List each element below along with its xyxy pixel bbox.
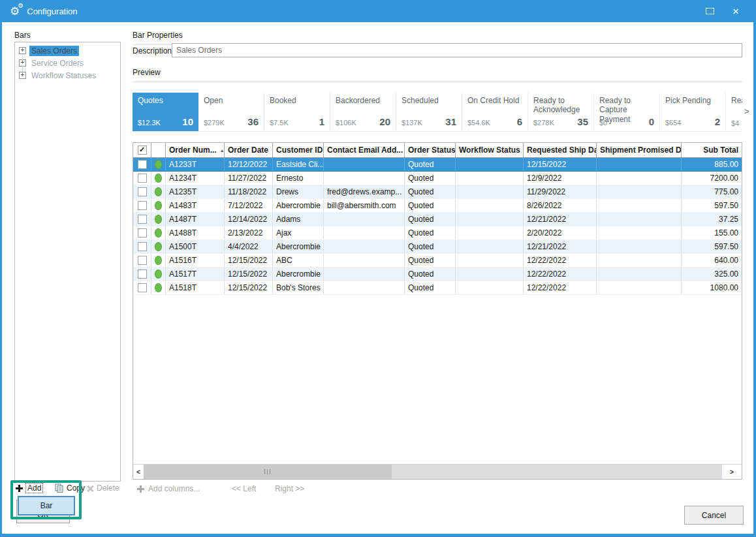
table-row[interactable]: A1233T12/12/2022Eastside Cli...Quoted12/… xyxy=(133,158,742,172)
row-select-cell[interactable] xyxy=(133,199,151,212)
table-row[interactable]: A1518T12/15/2022Bob's StoresQuoted12/22/… xyxy=(133,281,742,295)
maximize-button[interactable] xyxy=(700,5,719,17)
tiles-scroll-right-icon[interactable]: > xyxy=(744,106,749,116)
scroll-right-icon[interactable]: > xyxy=(722,465,742,479)
row-checkbox[interactable] xyxy=(138,269,147,279)
grid-cell-email xyxy=(324,226,405,239)
row-checkbox[interactable] xyxy=(138,160,147,169)
grid-cell-sub-total: 597.50 xyxy=(682,240,742,253)
table-row[interactable]: A1516T12/15/2022ABCQuoted12/22/2022640.0… xyxy=(133,254,742,268)
row-select-cell[interactable] xyxy=(133,213,151,226)
preview-tile-ready-to-acknowledge[interactable]: Ready to Acknowledge$278K35 xyxy=(528,93,594,131)
preview-tile-pick-pending[interactable]: Pick Pending$6542 xyxy=(660,93,726,131)
tree-item-workflow-statuses[interactable]: +Workflow Statuses xyxy=(15,69,120,82)
status-ok-dot xyxy=(155,256,162,265)
grid-cell-workflow xyxy=(456,281,524,294)
row-select-cell[interactable] xyxy=(133,268,151,281)
column-header-requested-ship-date[interactable]: Requested Ship Date xyxy=(524,143,597,157)
tree-item-service-orders[interactable]: +Service Orders xyxy=(15,57,120,69)
row-status-cell xyxy=(151,213,166,226)
select-all-checkbox[interactable]: ✓ xyxy=(138,146,147,155)
row-checkbox[interactable] xyxy=(138,283,147,292)
grid-cell-order-num: A1235T xyxy=(166,185,225,198)
preview-tile-ready-to-capture-payment[interactable]: Ready to Capture Payment$00 xyxy=(594,93,660,131)
tile-amount: $12.3K xyxy=(138,119,161,127)
scroll-left-icon[interactable]: < xyxy=(133,465,144,479)
gear-small-icon: ⚙ xyxy=(18,3,24,9)
row-select-cell[interactable] xyxy=(133,185,151,198)
tile-values: $54.6K6 xyxy=(467,116,522,127)
preview-tile-booked[interactable]: Booked$7.5K1 xyxy=(264,93,330,131)
row-select-cell[interactable] xyxy=(133,281,151,294)
expand-icon[interactable]: + xyxy=(19,72,26,79)
grid-cell-status: Quoted xyxy=(405,199,456,212)
preview-tile-backordered[interactable]: Backordered$106K20 xyxy=(330,93,396,131)
row-select-cell[interactable] xyxy=(133,172,151,185)
grid-cell-promised xyxy=(597,226,682,239)
grid-cell-order-date: 12/15/2022 xyxy=(225,281,273,294)
row-select-cell[interactable] xyxy=(133,158,151,171)
table-row[interactable]: A1234T11/27/2022ErnestoQuoted12/9/202272… xyxy=(133,172,742,185)
grid-cell-order-num: A1488T xyxy=(166,226,225,239)
orders-grid: ✓Order Num...▲Order DateCustomer IDConta… xyxy=(133,142,742,480)
tile-count: 20 xyxy=(379,116,390,127)
column-header-customer-id[interactable]: Customer ID xyxy=(273,143,324,157)
grid-cell-sub-total: 1080.00 xyxy=(682,281,742,294)
scrollbar-track[interactable] xyxy=(392,465,722,479)
preview-tile-scheduled[interactable]: Scheduled$137K31 xyxy=(396,93,462,131)
menu-item-bar[interactable]: Bar xyxy=(40,501,53,510)
row-select-cell[interactable] xyxy=(133,240,151,253)
column-header-workflow-status[interactable]: Workflow Status xyxy=(456,143,524,157)
row-checkbox[interactable] xyxy=(138,187,147,196)
expand-icon[interactable]: + xyxy=(19,59,26,67)
row-checkbox[interactable] xyxy=(138,242,147,251)
row-checkbox[interactable] xyxy=(138,201,147,210)
tree-item-sales-orders[interactable]: +Sales Orders xyxy=(15,44,120,57)
row-checkbox[interactable] xyxy=(138,228,147,238)
description-input[interactable] xyxy=(172,43,742,57)
grid-cell-sub-total: 325.00 xyxy=(682,268,742,281)
add-button[interactable]: Add xyxy=(16,483,42,493)
column-header-order-status[interactable]: Order Status xyxy=(405,143,456,157)
table-row[interactable]: A1487T12/14/2022AdamsQuoted12/21/202237.… xyxy=(133,213,742,226)
grid-cell-ship-date: 12/15/2022 xyxy=(524,158,597,171)
tile-amount: $278K xyxy=(533,119,554,127)
preview-tile-rea[interactable]: Rea$4 xyxy=(726,93,742,131)
preview-tile-quotes[interactable]: Quotes$12.3K10 xyxy=(133,93,198,131)
move-left-button[interactable]: << Left xyxy=(232,484,256,493)
table-row[interactable]: A1517T12/15/2022AbercrombieQuoted12/22/2… xyxy=(133,268,742,281)
scrollbar-thumb[interactable] xyxy=(144,465,392,479)
add-columns-button[interactable]: Add columns... xyxy=(137,484,200,493)
row-checkbox[interactable] xyxy=(138,174,147,183)
tile-amount: $4 xyxy=(731,119,739,127)
close-button[interactable]: × xyxy=(726,6,746,17)
column-header-order-num[interactable]: Order Num...▲ xyxy=(166,143,225,157)
column-header-shipment-promised-d[interactable]: Shipment Promised D... xyxy=(597,143,682,157)
table-row[interactable]: A1483T7/12/2022Abercrombiebill@abersmith… xyxy=(133,199,742,213)
table-row[interactable]: A1488T2/13/2022AjaxQuoted2/20/2022155.00 xyxy=(133,226,742,240)
cancel-button[interactable]: Cancel xyxy=(684,506,744,525)
copy-button[interactable]: Copy xyxy=(55,483,85,493)
grid-body: A1233T12/12/2022Eastside Cli...Quoted12/… xyxy=(133,158,742,295)
move-right-button[interactable]: Right >> xyxy=(275,484,304,493)
delete-button[interactable]: Delete xyxy=(86,483,119,493)
row-checkbox[interactable] xyxy=(138,256,147,265)
table-row[interactable]: A1235T11/18/2022Drewsfred@drews.examp...… xyxy=(133,185,742,199)
expand-icon[interactable]: + xyxy=(19,47,26,54)
grid-cell-order-date: 12/12/2022 xyxy=(225,158,273,171)
column-header-contact-email-add[interactable]: Contact Email Add... xyxy=(324,143,405,157)
row-select-cell[interactable] xyxy=(133,226,151,239)
horizontal-scrollbar[interactable]: < > xyxy=(133,464,742,479)
preview-tile-on-credit-hold[interactable]: On Credit Hold$54.6K6 xyxy=(462,93,528,131)
grid-cell-ship-date: 8/26/2022 xyxy=(524,199,597,212)
column-header-order-date[interactable]: Order Date xyxy=(225,143,273,157)
column-header-sub-total[interactable]: Sub Total xyxy=(682,143,742,157)
preview-tile-open[interactable]: Open$279K36 xyxy=(198,93,264,131)
header-select-all-cell[interactable]: ✓ xyxy=(133,143,151,157)
row-checkbox[interactable] xyxy=(138,215,147,224)
row-select-cell[interactable] xyxy=(133,254,151,267)
grid-cell-customer: Abercrombie xyxy=(273,199,324,212)
tile-amount: $0 xyxy=(599,119,607,127)
table-row[interactable]: A1500T4/4/2022AbercrombieQuoted12/21/202… xyxy=(133,240,742,254)
grid-cell-customer: Drews xyxy=(273,185,324,198)
